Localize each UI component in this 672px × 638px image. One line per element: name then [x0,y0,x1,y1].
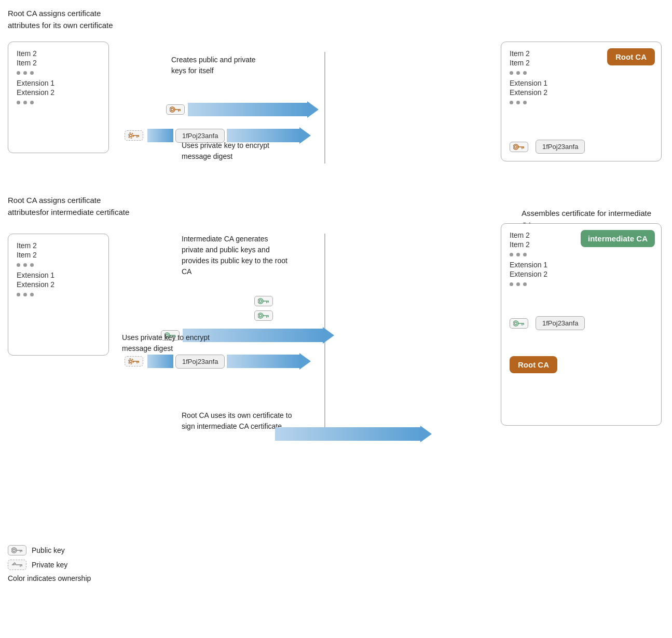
svg-point-20 [258,298,263,304]
encrypt-label-top: Uses private key to encrypt message dige… [182,140,275,162]
tl-dot-b [30,101,34,104]
legend-private-key: Private key [8,560,91,570]
svg-point-6 [171,108,174,111]
bot-pub-key-green-2 [254,310,273,321]
bot-arrow-head-2 [299,353,311,370]
tr-item-1: Item 2 [510,49,547,58]
bl-dots-1 [17,263,100,267]
bot-rootca-arrow [275,426,432,442]
tr-dots-2 [510,101,547,104]
arrow-shaft-2a [147,129,173,142]
top-pub-key-icon [166,104,185,115]
top-priv-key-icon [125,130,143,141]
tl-dot [30,71,34,75]
tl-extensions: Extension 1 Extension 2 [17,79,100,97]
tr-hash-box: 1fPoj23anfa [536,140,585,154]
bl-dot [17,263,20,267]
tl-dot-b [17,101,20,104]
tl-dots-1 [17,71,100,75]
bl-dot-b [23,293,27,296]
br-dot [523,253,527,256]
br-extensions: Extension 1 Extension 2 [510,261,547,278]
tr-dot [510,71,513,75]
top-arrow-1 [188,101,319,118]
br-dot-b [516,282,520,286]
tr-item-2: Item 2 [510,59,547,67]
br-dot [516,253,520,256]
legend-public-key-label: Public key [32,546,65,554]
bot-arrow-shaft-2a [147,355,173,368]
bot-arrow-shaft-2b [227,355,299,368]
top-left-caption: Root CA assigns certificate attributes f… [8,8,122,31]
tr-key-icon [510,142,528,152]
br-dot-b [523,282,527,286]
bot-priv-key-icon [125,356,143,366]
svg-point-35 [128,359,133,364]
bot-rootca-head [420,426,432,442]
intermediate-ca-badge: intermediate CA [581,230,655,247]
bl-ext-1: Extension 1 [17,271,100,279]
top-right-cert-box: Item 2 Item 2 Extension 1 Extension 2 R [501,42,662,161]
br-ext-1: Extension 1 [510,261,547,269]
svg-point-36 [130,360,132,363]
bot-right-cert-box: Item 2 Item 2 Extension 1 Extension 2 i [501,223,662,426]
svg-point-1 [515,145,517,148]
root-ca-badge-bot: Root CA [510,356,557,373]
bl-dot-b [17,293,20,296]
top-left-cert-box: Item 2 Item 2 Extension 1 Extension 2 [8,42,109,153]
svg-point-21 [259,300,262,303]
bot-left-cert-box: Item 2 Item 2 Extension 1 Extension 2 [8,234,109,356]
svg-point-10 [128,133,133,138]
legend-color-label: Color indicates ownership [8,574,91,582]
encrypt-label-bot: Uses private key to encrypt message dige… [122,332,210,354]
tr-ext-1: Extension 1 [510,79,547,87]
bl-item-2: Item 2 [17,251,100,259]
tr-dot-b [523,101,527,104]
svg-point-0 [513,144,518,150]
tl-item-2: Item 2 [17,59,100,67]
br-dot-b [510,282,513,286]
bot-keys-area [254,296,276,321]
bl-ext-2: Extension 2 [17,280,100,289]
svg-point-15 [513,321,518,326]
legend-color: Color indicates ownership [8,574,91,582]
tr-dot [523,71,527,75]
svg-point-25 [258,313,263,318]
bl-dot [23,263,27,267]
svg-point-41 [13,549,16,552]
svg-point-16 [515,322,517,324]
br-hash-box: 1fPoj23anfa [536,316,585,330]
root-ca-badge-top: Root CA [607,48,655,65]
svg-point-40 [11,548,17,553]
svg-point-5 [170,107,175,112]
tr-dots-1 [510,71,547,75]
br-dot [510,253,513,256]
tl-dot [17,71,20,75]
bl-dot-b [30,293,34,296]
tl-ext-2: Extension 2 [17,88,100,97]
bot-arrow-head-1 [323,327,334,344]
tr-extensions: Extension 1 Extension 2 [510,79,547,97]
bl-extensions: Extension 1 Extension 2 [17,271,100,289]
intermediate-generate-label: Intermediate CA generates private and pu… [182,234,291,277]
page: Root CA assigns certificate attributes f… [0,0,672,638]
bot-key-arrow-row2: 1fPoj23anfa [125,353,311,370]
br-item-2: Item 2 [510,240,547,249]
tl-dot-b [23,101,27,104]
legend-private-key-label: Private key [32,561,67,569]
tl-ext-1: Extension 1 [17,79,100,87]
legend-pub-key-icon [8,545,26,555]
legend-area: Public key Private key Color indicates o… [8,545,91,587]
tl-dots-2 [17,101,100,104]
arrow-shaft-1 [188,103,307,116]
arrow-head-1 [307,101,319,118]
tr-dot-b [510,101,513,104]
br-item-1: Item 2 [510,231,547,239]
br-dots-1 [510,253,547,256]
tl-dot [23,71,27,75]
bot-rootca-shaft [275,427,420,441]
tr-dot-b [516,101,520,104]
vert-sep-top [324,52,325,164]
legend-priv-key-icon [8,560,26,570]
br-ext-2: Extension 2 [510,270,547,278]
